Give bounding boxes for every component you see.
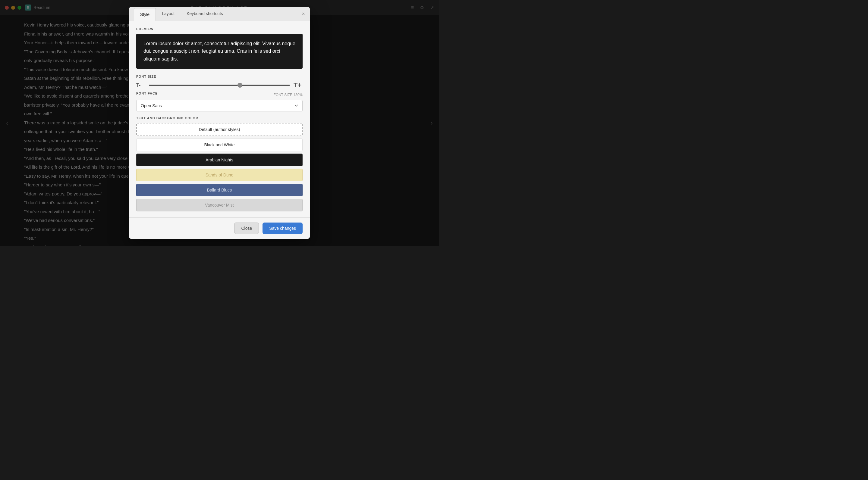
settings-dialog: Style Layout Keyboard shortcuts × PREVIE…: [129, 7, 310, 239]
tab-style[interactable]: Style: [134, 8, 156, 21]
tab-keyboard[interactable]: Keyboard shortcuts: [181, 7, 229, 20]
color-option-black-white[interactable]: Black and White: [136, 139, 303, 151]
dialog-close-button[interactable]: ×: [302, 11, 305, 16]
color-label: TEXT AND BACKGROUND COLOR: [136, 116, 303, 120]
font-size-label: FONT SIZE: [136, 75, 303, 78]
color-option-vancouver-mist[interactable]: Vancouver Mist: [136, 199, 303, 211]
tab-bar: Style Layout Keyboard shortcuts ×: [129, 7, 310, 21]
modal-overlay: Style Layout Keyboard shortcuts × PREVIE…: [0, 0, 439, 246]
close-button[interactable]: Close: [234, 222, 259, 234]
color-option-sands-of-dune[interactable]: Sands of Dune: [136, 169, 303, 181]
preview-label: PREVIEW: [136, 27, 303, 31]
font-increase-icon: T+: [293, 81, 303, 89]
preview-box: Lorem ipsum dolor sit amet, consectetur …: [136, 34, 303, 69]
dialog-footer: Close Save changes: [129, 217, 310, 239]
color-option-arabian-nights[interactable]: Arabian Nights: [136, 153, 303, 166]
tab-layout[interactable]: Layout: [156, 7, 181, 20]
font-decrease-icon: T-: [136, 82, 145, 88]
save-button[interactable]: Save changes: [262, 222, 303, 234]
font-size-slider[interactable]: [149, 84, 290, 86]
font-face-label: FONT FACE: [136, 92, 158, 95]
color-option-default[interactable]: Default (author styles): [136, 123, 303, 136]
font-size-percent: FONT SIZE 130%: [274, 93, 303, 97]
font-face-row: FONT FACE FONT SIZE 130%: [136, 92, 303, 98]
font-face-select[interactable]: Open SansGeorgiaTimes New RomanArialHelv…: [136, 100, 303, 111]
color-option-ballard-blues[interactable]: Ballard Blues: [136, 184, 303, 196]
dialog-body: PREVIEW Lorem ipsum dolor sit amet, cons…: [129, 21, 310, 218]
color-options: Default (author styles)Black and WhiteAr…: [136, 123, 303, 211]
font-size-row: T- T+: [136, 81, 303, 89]
